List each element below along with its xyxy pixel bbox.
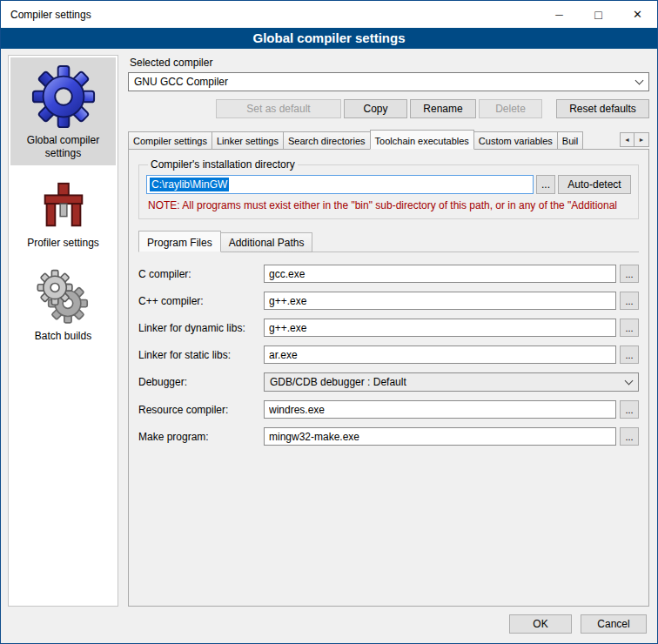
dialog-body: Global compiler settings Profiler sett [1, 49, 657, 607]
rename-button[interactable]: Rename [410, 99, 476, 118]
tab-toolchain-executables[interactable]: Toolchain executables [370, 130, 474, 150]
tab-additional-paths[interactable]: Additional Paths [221, 232, 313, 252]
selected-compiler-label: Selected compiler [130, 57, 649, 69]
chevron-down-icon [625, 377, 634, 386]
installation-directory-input[interactable]: C:\raylib\MinGW [146, 175, 534, 194]
right-arrow-icon: ► [639, 137, 645, 143]
tab-scroll-controls: ◄ ► [620, 132, 649, 147]
selected-compiler-value: GNU GCC Compiler [134, 76, 228, 88]
tab-compiler-settings[interactable]: Compiler settings [128, 131, 212, 150]
compiler-settings-window: Compiler settings ─ □ ✕ Global compiler … [0, 0, 658, 644]
field-label: Linker for static libs: [138, 349, 262, 361]
browse-button[interactable]: ... [620, 292, 639, 310]
field-label: Debugger: [138, 376, 262, 388]
browse-button[interactable]: ... [620, 265, 639, 283]
batch-builds-gears-icon [35, 269, 92, 326]
cancel-button[interactable]: Cancel [581, 614, 647, 634]
minimize-icon: ─ [555, 9, 563, 21]
maximize-button[interactable]: □ [579, 1, 618, 28]
tab-search-directories[interactable]: Search directories [283, 131, 370, 150]
field-label: C++ compiler: [138, 295, 262, 307]
debugger-value: GDB/CDB debugger : Default [270, 376, 406, 388]
toolchain-executables-panel: Compiler's installation directory C:\ray… [128, 149, 649, 607]
dialog-footer: OK Cancel [1, 607, 657, 643]
tab-scroll-left-button[interactable]: ◄ [620, 132, 634, 147]
installation-directory-group: Compiler's installation directory C:\ray… [138, 158, 639, 219]
dynamic-linker-input[interactable] [264, 319, 616, 337]
window-title: Compiler settings [10, 9, 91, 21]
reset-defaults-button[interactable]: Reset defaults [556, 99, 649, 118]
sidebar-item-batch-builds[interactable]: Batch builds [10, 264, 116, 348]
note-text: NOTE: All programs must exist either in … [148, 199, 629, 211]
selected-compiler-dropdown[interactable]: GNU GCC Compiler [128, 72, 649, 91]
close-button[interactable]: ✕ [618, 1, 657, 28]
left-arrow-icon: ◄ [624, 137, 630, 143]
make-program-input[interactable] [264, 427, 616, 446]
debugger-dropdown[interactable]: GDB/CDB debugger : Default [264, 372, 639, 392]
sidebar-item-global-compiler-settings[interactable]: Global compiler settings [10, 57, 116, 165]
browse-button[interactable]: ... [620, 319, 639, 337]
static-linker-input[interactable] [264, 345, 616, 364]
page-title: Global compiler settings [1, 28, 657, 49]
tab-program-files[interactable]: Program Files [138, 231, 221, 252]
c-compiler-input[interactable] [264, 265, 616, 283]
tab-scroll-right-button[interactable]: ► [634, 132, 649, 147]
tab-linker-settings[interactable]: Linker settings [212, 131, 283, 150]
main-panel: Selected compiler GNU GCC Compiler Set a… [128, 55, 649, 607]
installation-directory-row: C:\raylib\MinGW ... Auto-detect [146, 175, 631, 194]
tab-build-truncated[interactable]: Buil [557, 131, 583, 150]
sidebar-item-profiler-settings[interactable]: Profiler settings [10, 174, 116, 255]
copy-button[interactable]: Copy [344, 99, 407, 118]
profiler-tool-icon [37, 179, 91, 233]
field-label: Make program: [138, 431, 262, 443]
settings-tab-strip: Compiler settings Linker settings Search… [128, 130, 649, 149]
installation-directory-group-title: Compiler's installation directory [148, 158, 298, 171]
compiler-actions: Set as default Copy Rename Delete Reset … [128, 99, 649, 118]
browse-button[interactable]: ... [620, 400, 639, 419]
title-bar: Compiler settings ─ □ ✕ [1, 1, 657, 28]
field-label: C compiler: [138, 268, 262, 280]
delete-button[interactable]: Delete [479, 99, 542, 118]
field-label: Linker for dynamic libs: [138, 322, 262, 334]
browse-button[interactable]: ... [620, 345, 639, 364]
sidebar-item-label: Profiler settings [27, 237, 99, 250]
browse-directory-button[interactable]: ... [536, 175, 555, 194]
ok-button[interactable]: OK [509, 614, 572, 634]
selected-path-text: C:\raylib\MinGW [150, 178, 229, 191]
field-label: Resource compiler: [138, 404, 262, 416]
resource-compiler-input[interactable] [264, 400, 616, 419]
window-controls: ─ □ ✕ [540, 1, 657, 28]
toolchain-form: C compiler: ... C++ compiler: ... Linker… [138, 265, 639, 446]
chevron-down-icon [635, 77, 644, 85]
global-compiler-gear-icon [30, 63, 97, 131]
auto-detect-button[interactable]: Auto-detect [558, 175, 631, 194]
set-as-default-button[interactable]: Set as default [216, 99, 341, 118]
minimize-button[interactable]: ─ [540, 1, 579, 28]
sidebar-item-label: Global compiler settings [12, 134, 114, 160]
tab-custom-variables[interactable]: Custom variables [474, 131, 557, 150]
sidebar-item-label: Batch builds [35, 330, 91, 343]
program-tabs-strip: Program Files Additional Paths [138, 231, 639, 252]
cpp-compiler-input[interactable] [264, 292, 616, 310]
browse-button[interactable]: ... [620, 427, 639, 446]
maximize-icon: □ [594, 8, 601, 22]
close-icon: ✕ [633, 8, 642, 21]
settings-sidebar: Global compiler settings Profiler sett [8, 55, 118, 607]
